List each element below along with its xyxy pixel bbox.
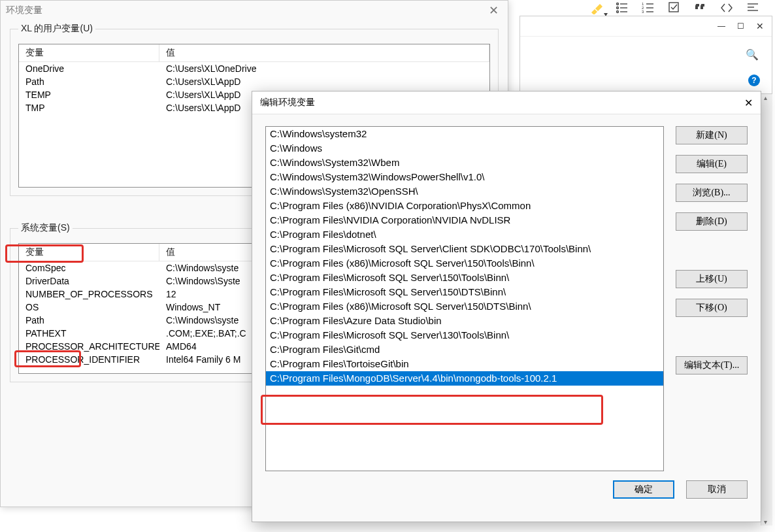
align-icon[interactable]: [746, 1, 759, 16]
var-name: DriverData: [19, 274, 159, 288]
path-list-item[interactable]: C:\Windows: [266, 141, 663, 156]
var-name: ComSpec: [19, 261, 159, 274]
var-value: C:\Users\XL\OneDrive: [159, 62, 489, 75]
path-list-item[interactable]: C:\Program Files\Microsoft SQL Server\13…: [266, 328, 663, 342]
background-editor-window: — ☐ ✕ 🔍 ?: [519, 16, 772, 94]
column-header-variable[interactable]: 变量: [19, 44, 159, 62]
var-value: C:\Users\XL\AppD: [159, 75, 489, 88]
column-header-variable[interactable]: 变量: [19, 244, 159, 261]
search-icon[interactable]: 🔍: [746, 48, 759, 61]
path-list-item[interactable]: C:\Program Files\MongoDB\Server\4.4\bin\…: [266, 371, 663, 386]
system-variables-label: 系统变量(S): [18, 222, 73, 234]
close-icon[interactable]: ✕: [744, 97, 753, 109]
highlight-icon[interactable]: [589, 1, 602, 16]
svg-rect-12: [669, 3, 678, 12]
list-number-icon[interactable]: 123: [642, 1, 655, 16]
editor-toolbar: 123: [576, 0, 772, 17]
button-column: 新建(N) 编辑(E) 浏览(B)... 删除(D) 上移(U) 下移(O) 编…: [676, 126, 748, 471]
var-name: PATHEXT: [19, 327, 159, 340]
path-list[interactable]: C:\Windows\system32C:\WindowsC:\Windows\…: [265, 126, 664, 471]
move-down-button[interactable]: 下移(O): [676, 299, 748, 317]
ok-button[interactable]: 确定: [613, 480, 674, 499]
var-name: TEMP: [19, 88, 159, 101]
var-name: NUMBER_OF_PROCESSORS: [19, 288, 159, 301]
new-button[interactable]: 新建(N): [676, 126, 748, 144]
var-name: PROCESSOR_IDENTIFIER: [19, 353, 159, 366]
path-list-item[interactable]: C:\Windows\System32\OpenSSH\: [266, 184, 663, 199]
list-bullet-icon[interactable]: [616, 1, 629, 16]
edit-text-button[interactable]: 编辑文本(T)...: [676, 356, 748, 374]
var-name: OS: [19, 301, 159, 314]
table-row[interactable]: PathC:\Users\XL\AppD: [19, 75, 489, 88]
dialog-title: 编辑环境变量: [260, 97, 315, 108]
minimize-icon[interactable]: —: [717, 22, 725, 31]
maximize-icon[interactable]: ☐: [737, 22, 744, 31]
edit-button[interactable]: 编辑(E): [676, 155, 748, 173]
delete-button[interactable]: 删除(D): [676, 212, 748, 231]
path-list-item[interactable]: C:\Program Files\Git\cmd: [266, 342, 663, 357]
quote-icon[interactable]: [694, 1, 707, 16]
edit-environment-variable-dialog: 编辑环境变量 ✕ C:\Windows\system32C:\WindowsC:…: [252, 91, 761, 522]
move-up-button[interactable]: 上移(U): [676, 270, 748, 288]
var-name: Path: [19, 75, 159, 88]
path-list-item[interactable]: C:\Windows\System32\WindowsPowerShell\v1…: [266, 170, 663, 184]
close-icon[interactable]: ✕: [485, 3, 503, 18]
user-variables-label: XL 的用户变量(U): [18, 23, 95, 35]
path-list-item[interactable]: C:\Program Files\Microsoft SQL Server\Cl…: [266, 242, 663, 256]
editor-scrollbar[interactable]: [761, 94, 772, 525]
table-row[interactable]: OneDriveC:\Users\XL\OneDrive: [19, 62, 489, 75]
path-list-item[interactable]: C:\Program Files\Azure Data Studio\bin: [266, 314, 663, 328]
path-list-item[interactable]: C:\Windows\system32: [266, 127, 663, 141]
var-name: OneDrive: [19, 62, 159, 75]
svg-point-2: [617, 7, 619, 8]
svg-point-4: [617, 10, 619, 12]
path-list-item[interactable]: C:\Program Files\TortoiseGit\bin: [266, 357, 663, 371]
close-icon[interactable]: ✕: [756, 21, 764, 31]
path-list-item[interactable]: C:\Program Files (x86)\Microsoft SQL Ser…: [266, 299, 663, 314]
var-name: Path: [19, 314, 159, 327]
path-list-item[interactable]: C:\Program Files\NVIDIA Corporation\NVID…: [266, 213, 663, 227]
browse-button[interactable]: 浏览(B)...: [676, 184, 748, 202]
code-icon[interactable]: [720, 1, 733, 16]
path-list-item[interactable]: C:\Program Files\Microsoft SQL Server\15…: [266, 271, 663, 285]
var-name: PROCESSOR_ARCHITECTURE: [19, 340, 159, 353]
checkbox-icon[interactable]: [668, 1, 681, 16]
dialog-title: 环境变量: [6, 5, 42, 16]
help-icon[interactable]: ?: [748, 75, 760, 86]
path-list-item[interactable]: C:\Program Files\Microsoft SQL Server\15…: [266, 285, 663, 299]
path-list-item[interactable]: C:\Program Files (x86)\Microsoft SQL Ser…: [266, 256, 663, 271]
svg-text:3: 3: [642, 10, 644, 14]
path-list-item[interactable]: C:\Program Files (x86)\NVIDIA Corporatio…: [266, 199, 663, 213]
column-header-value[interactable]: 值: [159, 44, 489, 62]
var-name: TMP: [19, 101, 159, 114]
svg-point-0: [617, 3, 619, 5]
path-list-item[interactable]: C:\Windows\System32\Wbem: [266, 156, 663, 170]
path-list-item[interactable]: C:\Program Files\dotnet\: [266, 227, 663, 242]
cancel-button[interactable]: 取消: [686, 480, 748, 499]
